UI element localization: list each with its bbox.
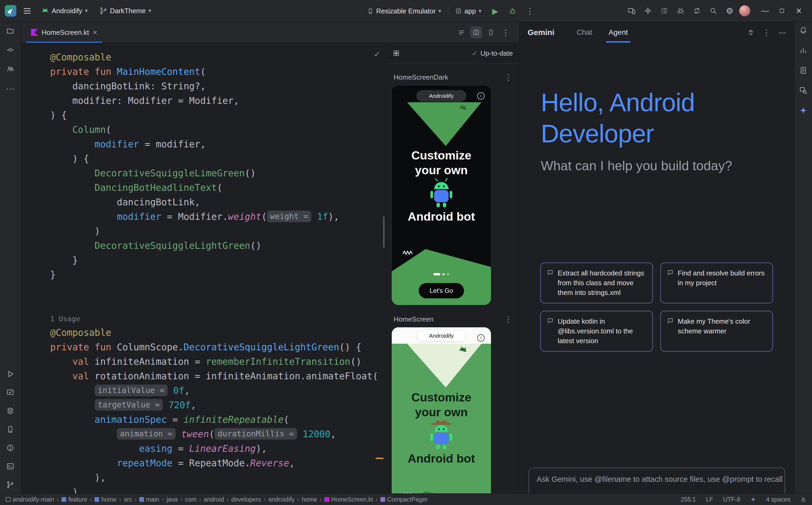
run-button[interactable]: ▶ (488, 4, 502, 18)
split-view-icon[interactable] (470, 26, 482, 38)
logcat-tool-icon[interactable] (799, 66, 807, 74)
profiler-tool-icon[interactable] (799, 46, 807, 54)
breadcrumb-item[interactable]: home (302, 496, 317, 503)
version-control-tool-icon[interactable] (6, 481, 14, 489)
headline-text-2: Android bot (392, 210, 491, 223)
code-line: } (50, 253, 378, 268)
caret-position[interactable]: 255:1 (681, 496, 696, 503)
ai-spark-icon[interactable] (750, 497, 756, 502)
notifications-bell-icon[interactable] (799, 26, 807, 34)
run-config-selector[interactable]: app ▾ (452, 5, 484, 17)
tab-close-icon[interactable]: × (93, 28, 97, 37)
collaboration-tool-icon[interactable] (6, 65, 14, 73)
warning-stripe-mark[interactable] (376, 458, 383, 459)
design-view-icon[interactable] (485, 26, 497, 38)
squiggle-decoration (402, 250, 416, 256)
headline-text: Customize your own (392, 390, 491, 419)
gemini-options-kebab[interactable]: ⋮ (763, 28, 770, 37)
device-mirroring-icon[interactable] (625, 4, 639, 18)
breadcrumb-separator: › (297, 496, 300, 503)
hide-panel-button[interactable]: — (779, 28, 786, 37)
breadcrumb-item[interactable]: home (95, 496, 117, 503)
breadcrumb-item[interactable]: HomeScreen.kt (325, 496, 373, 503)
vcs-branch-selector[interactable]: DarkTheme ▾ (96, 5, 154, 17)
gallery-view-icon[interactable] (393, 50, 399, 56)
gemini-toolbar-icon[interactable] (641, 4, 655, 18)
breadcrumb-item[interactable]: src (124, 496, 132, 503)
lets-go-button[interactable]: Let's Go (419, 283, 464, 298)
function-icon (380, 497, 385, 502)
indent-setting[interactable]: 4 spaces (766, 496, 790, 503)
code-editor[interactable]: @Composableprivate fun MainHomeContent( … (21, 43, 386, 493)
settings-gear-icon[interactable] (723, 4, 736, 18)
suggestion-card[interactable]: Extract all hardcoded strings from this … (540, 263, 653, 303)
ai-debug-icon[interactable] (674, 4, 688, 18)
ui-check-tool-icon[interactable] (6, 388, 14, 396)
tab-homescreen-kt[interactable]: HomeScreen.kt × (24, 22, 104, 43)
layout-inspector-tool-icon[interactable] (799, 87, 807, 95)
editor-scrollbar[interactable] (383, 216, 385, 248)
file-encoding[interactable]: UTF-8 (723, 496, 740, 503)
inspections-ok-icon[interactable]: ✓ (374, 49, 380, 59)
breadcrumb-item[interactable]: androidify (268, 496, 295, 503)
terminal-tool-icon[interactable] (6, 462, 14, 470)
commit-tool-icon[interactable] (6, 46, 14, 54)
suggestion-card[interactable]: Update kotlin in @libs.version.toml to t… (540, 311, 653, 352)
gemini-tool-icon[interactable] (799, 107, 807, 114)
preview-homescreen[interactable]: Androidify i Customize your own Android … (391, 327, 491, 493)
preview-options-kebab[interactable]: ⋮ (504, 73, 512, 82)
lock-icon[interactable] (800, 497, 806, 502)
breadcrumb-item[interactable]: com (185, 496, 196, 503)
close-button[interactable]: × (790, 0, 807, 22)
android-bot-illustration (392, 177, 491, 209)
debug-button[interactable] (506, 4, 519, 18)
code-line: modifier = modifier, (50, 137, 378, 152)
run-tool-icon[interactable] (6, 370, 14, 378)
suggestion-card[interactable]: Make my Theme's color scheme warmer (660, 311, 773, 352)
breadcrumb-item[interactable]: feature (62, 496, 87, 503)
breadcrumb-item[interactable]: developers (231, 496, 261, 503)
build-tool-icon[interactable] (6, 407, 14, 415)
more-actions-button[interactable]: ⋮ (523, 4, 537, 18)
sync-icon[interactable] (690, 4, 704, 18)
maximize-button[interactable] (774, 0, 790, 22)
project-tool-icon[interactable] (6, 27, 14, 35)
trash-icon[interactable] (747, 29, 754, 36)
tab-chat[interactable]: Chat (577, 22, 592, 43)
search-icon[interactable] (706, 4, 720, 18)
user-avatar[interactable] (739, 5, 750, 16)
chat-bubble-icon (547, 270, 554, 276)
minimize-button[interactable]: — (757, 0, 774, 22)
breadcrumb-item[interactable]: main (139, 496, 159, 503)
breadcrumb-separator: › (181, 496, 183, 503)
suggestion-card[interactable]: Find and resolve build errors in my proj… (660, 263, 773, 303)
breadcrumb-item[interactable]: androidify-main (6, 496, 54, 503)
preview-options-kebab[interactable]: ⋮ (504, 315, 512, 324)
main-toolbar: Androidify ▾ DarkTheme ▾ Resizable Emula… (0, 0, 812, 22)
code-view-icon[interactable] (455, 26, 467, 38)
breadcrumb-separator: › (162, 496, 164, 503)
problems-tool-icon[interactable] (6, 444, 14, 452)
line-ending[interactable]: LF (706, 496, 713, 503)
project-selector[interactable]: Androidify ▾ (38, 5, 91, 17)
device-manager-tool-icon[interactable] (6, 426, 14, 433)
kotlin-icon (325, 497, 329, 502)
breadcrumb-item[interactable]: android (204, 496, 224, 503)
more-tool-windows-icon[interactable]: … (6, 84, 15, 89)
app-name-pill: Androidify (416, 90, 466, 102)
code-line (50, 297, 378, 311)
code-line: private fun ColumnScope.DecorativeSquigg… (50, 340, 378, 354)
breadcrumb-separator: › (119, 496, 121, 503)
android-head-icon (41, 7, 49, 15)
preview-homescreendark[interactable]: Androidify i Customize your own Android … (391, 85, 491, 305)
task-list-icon[interactable] (658, 4, 671, 18)
preview-list: HomeScreenDark ⋮ Androidify i Customize … (387, 64, 519, 493)
breadcrumb-item[interactable]: java (166, 496, 178, 503)
preview-name: HomeScreenDark (393, 73, 448, 81)
code-line: targetValue = 720f, (50, 398, 378, 412)
tab-agent[interactable]: Agent (609, 22, 628, 43)
editor-options-kebab[interactable]: ⋮ (500, 26, 512, 38)
breadcrumb-item[interactable]: CompactPager (380, 496, 428, 503)
device-selector[interactable]: Resizable Emulator ▾ (364, 5, 444, 17)
main-menu-button[interactable] (22, 6, 33, 16)
